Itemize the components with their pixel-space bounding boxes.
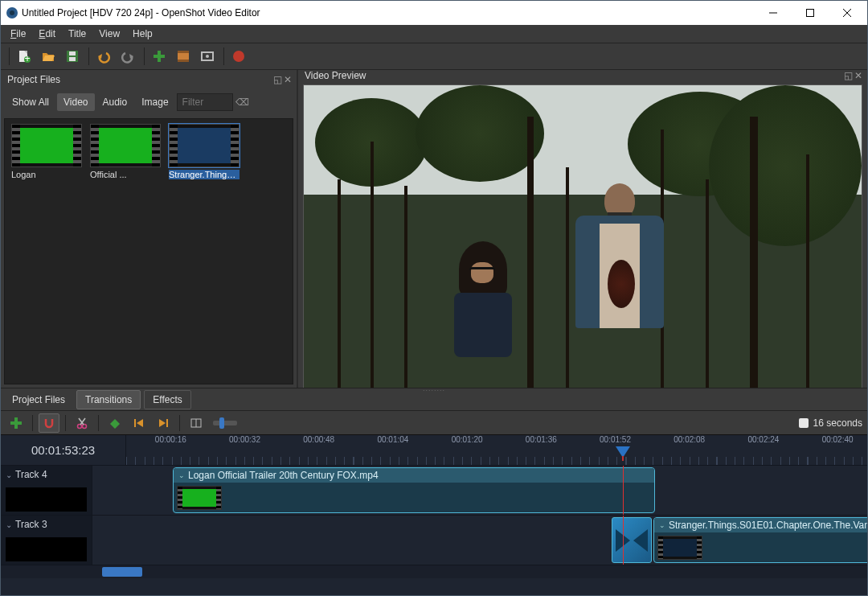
filter-audio[interactable]: Audio: [96, 93, 134, 111]
svg-point-22: [233, 51, 244, 62]
close-button[interactable]: [830, 1, 867, 25]
undo-button[interactable]: [92, 45, 115, 68]
project-item[interactable]: Logan: [10, 124, 84, 379]
prev-marker-button[interactable]: [129, 413, 149, 433]
track-header[interactable]: ⌄Track 4: [1, 466, 92, 515]
menu-file[interactable]: File: [4, 27, 32, 41]
menu-edit[interactable]: Edit: [32, 27, 62, 41]
track-header[interactable]: ⌄Track 3: [1, 516, 92, 565]
svg-point-21: [206, 55, 209, 58]
preview-frame: [304, 85, 862, 399]
tab-project-files[interactable]: Project Files: [4, 391, 73, 409]
scrollbar-thumb[interactable]: [102, 567, 142, 577]
razor-button[interactable]: [72, 413, 92, 433]
svg-rect-33: [166, 419, 168, 427]
chevron-down-icon: ⌄: [6, 520, 12, 529]
filter-video[interactable]: Video: [57, 93, 94, 111]
svg-rect-18: [178, 51, 189, 53]
project-item[interactable]: Official ...: [88, 124, 162, 379]
zoom-slider[interactable]: [213, 421, 237, 425]
titlebar: Untitled Project [HDV 720 24p] - OpenSho…: [1, 1, 867, 25]
window-title: Untitled Project [HDV 720 24p] - OpenSho…: [22, 7, 756, 18]
ruler-ticks[interactable]: 00:00:16 00:00:32 00:00:48 00:01:04 00:0…: [126, 435, 867, 465]
project-files-panel: Project Files ◱ ✕ Show All Video Audio I…: [1, 70, 298, 388]
main-toolbar: +: [1, 43, 867, 70]
chevron-down-icon: ⌄: [6, 471, 12, 479]
timeline-clip[interactable]: ⌄Stranger.Things.S01E01.Chapter.One.The.…: [653, 517, 867, 563]
open-project-button[interactable]: [37, 45, 59, 68]
maximize-button[interactable]: [793, 1, 830, 25]
svg-rect-12: [69, 57, 76, 61]
svg-rect-11: [69, 51, 76, 55]
new-project-button[interactable]: +: [13, 45, 35, 68]
project-item[interactable]: Stranger.Things....: [167, 124, 241, 379]
timeline: 00:01:53:23 00:00:16 00:00:32 00:00:48 0…: [1, 434, 867, 595]
track-row: ⌄Track 4 ⌄Logan Official Trailer 20th Ce…: [1, 466, 867, 516]
tab-effects[interactable]: Effects: [144, 390, 190, 409]
timecode-display: 00:01:53:23: [1, 435, 126, 465]
chevron-down-icon: ⌄: [659, 521, 665, 529]
video-preview-panel: Video Preview ◱ ✕: [298, 70, 867, 388]
panel-float-icon[interactable]: ◱: [844, 70, 853, 81]
export-button[interactable]: [227, 45, 250, 68]
fullscreen-button[interactable]: [196, 45, 219, 68]
menu-view[interactable]: View: [92, 27, 126, 41]
next-marker-button[interactable]: [153, 413, 174, 433]
timeline-toolbar: 16 seconds: [1, 410, 867, 434]
panel-close-icon[interactable]: ✕: [284, 74, 292, 85]
tab-transitions[interactable]: Transitions: [76, 390, 141, 409]
length-icon: [799, 418, 809, 428]
add-marker-button[interactable]: [104, 413, 125, 433]
timeline-ruler[interactable]: 00:01:53:23 00:00:16 00:00:32 00:00:48 0…: [1, 435, 867, 466]
app-icon: [6, 6, 18, 19]
svg-rect-3: [807, 10, 814, 17]
center-playhead-button[interactable]: [186, 413, 207, 433]
svg-marker-36: [616, 446, 630, 458]
panel-close-icon[interactable]: ✕: [854, 70, 862, 81]
svg-rect-19: [178, 60, 189, 62]
filter-show-all[interactable]: Show All: [6, 93, 55, 111]
filter-image[interactable]: Image: [135, 93, 174, 111]
preview-figure-man: [571, 183, 668, 352]
filter-row: Show All Video Audio Image ⌫: [1, 89, 297, 115]
minimize-button[interactable]: [756, 1, 793, 25]
redo-button[interactable]: [117, 45, 139, 68]
panel-float-icon[interactable]: ◱: [273, 74, 282, 85]
filter-input[interactable]: [177, 93, 233, 111]
project-items-area[interactable]: Logan Official ... Stranger.Things....: [4, 118, 293, 384]
svg-marker-29: [110, 419, 120, 429]
svg-marker-32: [159, 419, 166, 427]
track-body[interactable]: ⌄Logan Official Trailer 20th Century FOX…: [92, 466, 867, 515]
svg-point-1: [10, 10, 14, 15]
track-row: ⌄Track 3 ⌄Stranger.Things.S01E01.Chapter…: [1, 516, 867, 565]
svg-text:+: +: [24, 53, 30, 64]
svg-marker-31: [137, 419, 143, 427]
main-area: Project Files ◱ ✕ Show All Video Audio I…: [1, 70, 867, 388]
project-files-title: Project Files: [7, 74, 273, 85]
snap-button[interactable]: [39, 413, 59, 433]
timeline-clip[interactable]: ⌄Logan Official Trailer 20th Century FOX…: [173, 467, 655, 513]
timeline-h-scrollbar[interactable]: [1, 565, 867, 578]
video-preview-title: Video Preview: [305, 70, 844, 81]
chevron-down-icon: ⌄: [178, 471, 185, 479]
timeline-length-label: 16 seconds: [799, 417, 862, 429]
svg-rect-30: [134, 419, 136, 427]
filter-clear-icon[interactable]: ⌫: [235, 94, 251, 110]
preview-figure-girl: [448, 241, 517, 362]
bottom-panel-tabs: Project Files Transitions Effects ······…: [1, 388, 867, 410]
profile-button[interactable]: [172, 45, 194, 68]
add-track-button[interactable]: [6, 413, 27, 433]
menu-title[interactable]: Title: [62, 27, 92, 41]
splitter-handle[interactable]: ········: [423, 386, 445, 394]
save-project-button[interactable]: [61, 45, 84, 68]
import-files-button[interactable]: [148, 45, 170, 68]
preview-canvas[interactable]: [303, 84, 862, 400]
transition-clip[interactable]: [612, 517, 652, 563]
track-body[interactable]: ⌄Stranger.Things.S01E01.Chapter.One.The.…: [92, 516, 867, 565]
menu-help[interactable]: Help: [126, 27, 159, 41]
menubar: File Edit Title View Help: [1, 25, 867, 43]
app-window: Untitled Project [HDV 720 24p] - OpenSho…: [0, 0, 868, 596]
